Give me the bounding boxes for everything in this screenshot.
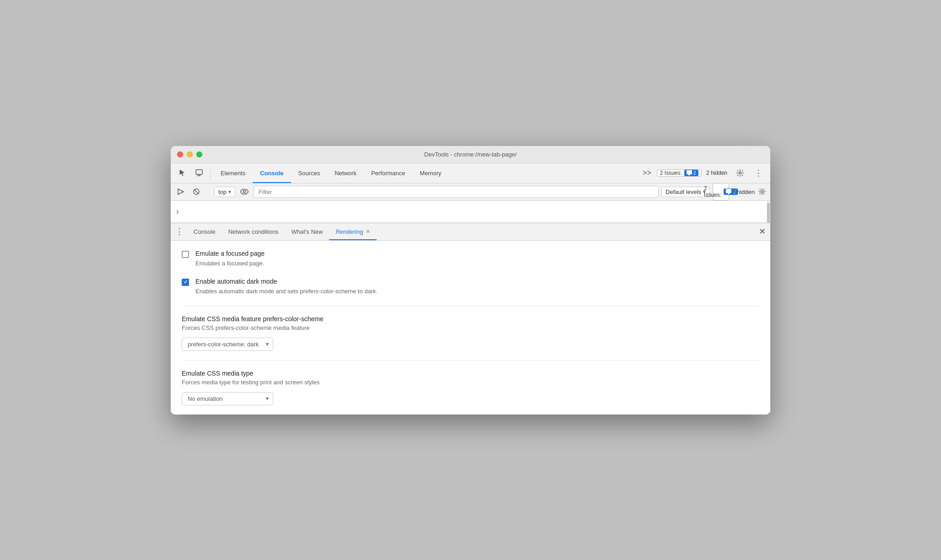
more-tabs-button[interactable]: >> bbox=[639, 169, 655, 177]
inspect-icon-btn[interactable] bbox=[191, 163, 207, 183]
close-rendering-tab-icon[interactable]: ✕ bbox=[366, 228, 370, 235]
titlebar: DevTools - chrome://new-tab-page/ bbox=[171, 146, 770, 163]
block-icon-btn[interactable] bbox=[190, 185, 203, 198]
drawer: ⋮ Console Network conditions What's New … bbox=[171, 223, 770, 415]
svg-marker-6 bbox=[178, 189, 184, 194]
prefers-color-scheme-select[interactable]: No emulation prefers-color-scheme: light… bbox=[182, 338, 273, 351]
top-context-selector[interactable]: top ▾ bbox=[214, 187, 235, 197]
media-type-select[interactable]: No emulation print screen bbox=[182, 392, 273, 405]
svg-point-9 bbox=[241, 189, 248, 194]
render-section-prefers-color: Emulate CSS media feature prefers-color-… bbox=[182, 306, 759, 351]
tab-memory[interactable]: Memory bbox=[412, 163, 449, 183]
devtools-window: DevTools - chrome://new-tab-page/ Elemen… bbox=[171, 146, 770, 415]
main-scrollbar[interactable] bbox=[767, 201, 770, 223]
tab-console[interactable]: Console bbox=[253, 163, 291, 183]
eye-icon-btn[interactable] bbox=[238, 185, 251, 198]
issues-badge: 2 bbox=[684, 170, 698, 176]
svg-rect-3 bbox=[687, 170, 692, 174]
checkbox-emulate-focused[interactable] bbox=[182, 251, 189, 258]
menu-icon-btn[interactable]: ⋮ bbox=[750, 168, 767, 178]
media-type-select-wrap: No emulation print screen bbox=[182, 392, 273, 405]
checkbox-auto-dark[interactable] bbox=[182, 279, 189, 286]
render-desc-emulate-focused: Emulates a focused page. bbox=[195, 260, 759, 267]
prefers-color-select-wrap: No emulation prefers-color-scheme: light… bbox=[182, 338, 273, 351]
maximize-button[interactable] bbox=[196, 151, 202, 157]
issues-count-btn[interactable]: 2 Issues: 2 bbox=[713, 183, 729, 200]
tab-sources[interactable]: Sources bbox=[291, 163, 328, 183]
hidden-count: 2 hidden bbox=[703, 170, 730, 176]
render-section-media-type: Emulate CSS media type Forces media type… bbox=[182, 360, 759, 405]
checkbox-emulate-focused-box[interactable] bbox=[182, 251, 189, 258]
section-desc-media-type: Forces media type for testing print and … bbox=[182, 379, 759, 386]
drawer-tab-network-conditions[interactable]: Network conditions bbox=[222, 223, 285, 240]
drawer-close-button[interactable]: ✕ bbox=[756, 225, 768, 238]
drawer-tab-whats-new[interactable]: What's New bbox=[285, 223, 330, 240]
filter-input[interactable] bbox=[254, 186, 659, 198]
drawer-tab-console[interactable]: Console bbox=[187, 223, 222, 240]
window-title: DevTools - chrome://new-tab-page/ bbox=[424, 151, 517, 158]
rendering-panel: Emulate a focused page Emulates a focuse… bbox=[171, 241, 770, 415]
run-icon-btn[interactable] bbox=[174, 185, 187, 198]
svg-rect-11 bbox=[726, 189, 731, 193]
traffic-lights bbox=[177, 151, 202, 157]
main-toolbar: Elements Console Sources Network Perform… bbox=[171, 163, 770, 183]
scrollbar-thumb bbox=[767, 203, 770, 223]
svg-line-8 bbox=[195, 190, 199, 194]
svg-marker-4 bbox=[688, 174, 691, 176]
hidden-count-2: 2 hidden bbox=[732, 188, 755, 195]
section-title-media-type: Emulate CSS media type bbox=[182, 370, 759, 377]
prompt-arrow-icon: › bbox=[176, 207, 179, 216]
settings-icon-btn[interactable] bbox=[732, 169, 748, 177]
close-button[interactable] bbox=[177, 151, 183, 157]
toolbar-divider-1 bbox=[210, 167, 211, 179]
issues-button[interactable]: 2 Issues: 2 bbox=[657, 169, 702, 177]
render-label-auto-dark: Enable automatic dark mode bbox=[195, 278, 277, 285]
chevron-down-icon: ▾ bbox=[228, 189, 231, 195]
render-item-auto-dark: Enable automatic dark mode Enables autom… bbox=[182, 278, 759, 295]
window-body: › bbox=[171, 201, 770, 223]
svg-marker-12 bbox=[727, 193, 730, 194]
default-levels-selector[interactable]: Default levels ▾ bbox=[661, 187, 710, 197]
render-desc-auto-dark: Enables automatic dark mode and sets pre… bbox=[195, 288, 759, 295]
toolbar-tabs: Elements Console Sources Network Perform… bbox=[213, 163, 639, 183]
svg-point-10 bbox=[243, 191, 246, 193]
cursor-icon-btn[interactable] bbox=[174, 163, 191, 183]
svg-rect-0 bbox=[196, 170, 202, 174]
render-label-emulate-focused: Emulate a focused page bbox=[195, 250, 265, 257]
tab-performance[interactable]: Performance bbox=[364, 163, 412, 183]
drawer-tabs: ⋮ Console Network conditions What's New … bbox=[171, 223, 770, 241]
drawer-tab-rendering[interactable]: Rendering ✕ bbox=[329, 223, 377, 240]
minimize-button[interactable] bbox=[187, 151, 193, 157]
tab-elements[interactable]: Elements bbox=[213, 163, 253, 183]
toolbar-right: >> 2 Issues: 2 2 hidden ⋮ bbox=[639, 163, 767, 183]
render-item-emulate-focused: Emulate a focused page Emulates a focuse… bbox=[182, 250, 759, 267]
svg-point-5 bbox=[739, 172, 741, 174]
drawer-menu-icon[interactable]: ⋮ bbox=[173, 224, 187, 239]
tab-network[interactable]: Network bbox=[327, 163, 364, 183]
gear-icon[interactable] bbox=[757, 187, 767, 196]
checkbox-auto-dark-box[interactable] bbox=[182, 279, 189, 286]
console-toolbar: top ▾ Default levels ▾ 2 Issues: 2 2 hid… bbox=[171, 183, 770, 201]
console-area[interactable]: › bbox=[171, 201, 770, 223]
section-title-prefers-color: Emulate CSS media feature prefers-color-… bbox=[182, 315, 759, 323]
svg-point-13 bbox=[761, 191, 763, 193]
section-desc-prefers-color: Forces CSS prefers-color-scheme media fe… bbox=[182, 324, 759, 331]
